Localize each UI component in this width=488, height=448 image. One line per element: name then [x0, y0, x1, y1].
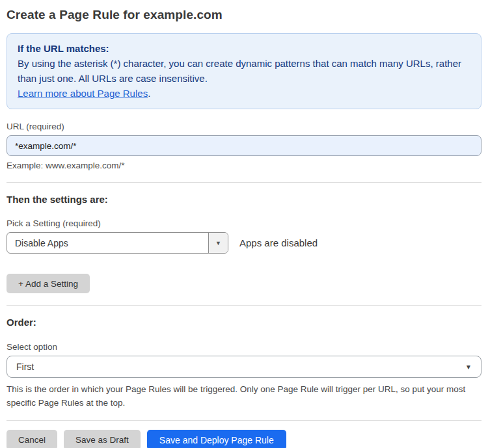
save-draft-button[interactable]: Save as Draft — [64, 430, 141, 448]
learn-more-link[interactable]: Learn more about Page Rules — [18, 88, 148, 99]
divider — [7, 182, 481, 183]
caret-down-icon[interactable]: ▼ — [208, 233, 228, 253]
divider — [7, 420, 481, 421]
order-select-value: First — [16, 362, 34, 372]
page-rule-form: Create a Page Rule for example.com If th… — [0, 0, 488, 448]
setting-select[interactable]: Disable Apps ▼ — [7, 232, 228, 254]
url-example-hint: Example: www.example.com/* — [7, 161, 481, 170]
divider — [7, 305, 481, 306]
cancel-button[interactable]: Cancel — [7, 430, 57, 448]
add-setting-button[interactable]: + Add a Setting — [7, 274, 90, 293]
info-box-link-line: Learn more about Page Rules. — [18, 86, 470, 101]
url-input[interactable] — [7, 135, 481, 156]
page-title: Create a Page Rule for example.com — [7, 8, 481, 22]
setting-select-value: Disable Apps — [7, 233, 208, 253]
url-match-info-box: If the URL matches: By using the asteris… — [7, 33, 481, 109]
setting-row: Disable Apps ▼ Apps are disabled — [7, 232, 481, 254]
link-suffix: . — [148, 88, 150, 99]
order-section-heading: Order: — [7, 317, 481, 328]
pick-setting-label: Pick a Setting (required) — [7, 218, 481, 228]
order-select-label: Select option — [7, 342, 481, 352]
caret-down-icon: ▼ — [465, 363, 472, 371]
info-box-body: By using the asterisk (*) character, you… — [18, 56, 470, 86]
info-box-heading: If the URL matches: — [18, 41, 470, 56]
settings-section-heading: Then the settings are: — [7, 194, 481, 205]
order-help-text: This is the order in which your Page Rul… — [7, 382, 479, 410]
setting-status-text: Apps are disabled — [239, 237, 318, 248]
save-deploy-button[interactable]: Save and Deploy Page Rule — [147, 430, 286, 448]
order-select[interactable]: First ▼ — [7, 356, 481, 378]
footer-actions: Cancel Save as Draft Save and Deploy Pag… — [7, 430, 481, 448]
url-field-label: URL (required) — [7, 122, 481, 131]
